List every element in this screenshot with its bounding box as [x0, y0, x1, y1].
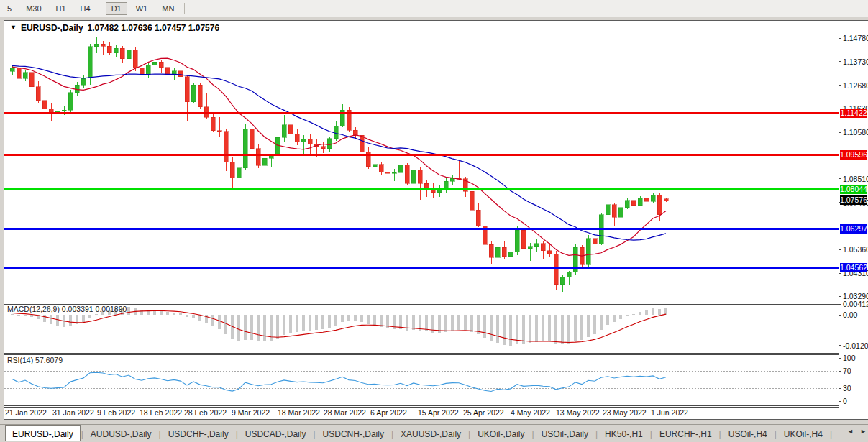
date-axis-label: 31 Jan 2022 — [52, 408, 94, 417]
date-axis-label: 15 Apr 2022 — [418, 408, 459, 417]
date-axis-label: 28 Mar 2022 — [324, 408, 366, 417]
date-axis-label: 23 May 2022 — [603, 408, 647, 417]
timeframe-button-h1[interactable]: H1 — [50, 2, 72, 15]
price-tick-mark — [839, 401, 841, 402]
current-price-badge: 1.07576 — [840, 195, 867, 205]
date-axis-label: 28 Feb 2022 — [184, 408, 227, 417]
toolbar-separator — [101, 3, 101, 14]
price-tick-mark — [839, 178, 841, 179]
timeframe-button-d1[interactable]: D1 — [106, 2, 127, 15]
tab-separator: | — [235, 429, 239, 439]
price-tick-mark — [839, 358, 841, 359]
price-tick-mark — [839, 85, 841, 86]
chart-tab-eurusd-daily[interactable]: EURUSD-,Daily — [5, 425, 81, 441]
price-axis[interactable]: 1.147801.137301.126801.116301.105801.085… — [839, 21, 868, 419]
price-tick-label: 1.13730 — [843, 57, 868, 66]
tab-separator: | — [718, 429, 722, 439]
date-axis-label: 4 May 2022 — [511, 408, 550, 417]
price-tick-label: 1.03290 — [843, 292, 868, 300]
chart-ohlc-values: 1.07482 1.07636 1.07457 1.07576 — [88, 23, 220, 33]
price-tick-mark — [839, 273, 841, 274]
chart-tab-xauusd-daily[interactable]: XAUUSD-,Daily — [394, 426, 467, 441]
tab-separator: | — [595, 429, 598, 439]
macd-tick-label: 0.00 — [843, 310, 857, 319]
price-tick-mark — [839, 345, 841, 346]
chart-tab-eurchf-h1[interactable]: EURCHF-,H1 — [653, 426, 718, 441]
rsi-indicator-label: RSI(14) 57.6079 — [7, 356, 63, 364]
tab-separator: | — [531, 429, 535, 439]
price-tick-mark — [839, 296, 841, 297]
date-axis-label: 18 Feb 2022 — [140, 408, 182, 417]
level-price-badge: 1.06297 — [840, 224, 867, 234]
macd-tick-label: 0.004128 — [843, 300, 868, 308]
macd-tick-label: -0.012097 — [843, 341, 868, 350]
chart-tab-usoil-h4[interactable]: USOil-,H4 — [722, 426, 774, 441]
timeframe-button-5[interactable]: 5 — [1, 2, 17, 15]
date-axis-label: 18 Mar 2022 — [278, 408, 320, 417]
chart-window: ▼ EURUSD-,Daily 1.07482 1.07636 1.07457 … — [4, 20, 868, 420]
chart-tab-bar: EURUSD-,Daily|AUDUSD-,Daily|USDCHF-,Dail… — [0, 424, 868, 441]
timeframe-button-h4[interactable]: H4 — [75, 2, 96, 15]
tab-separator: | — [158, 429, 162, 439]
date-axis-label: 6 Apr 2022 — [370, 408, 407, 417]
price-tick-mark — [839, 371, 841, 372]
price-tick-mark — [839, 249, 841, 250]
price-tick-mark — [839, 304, 841, 305]
chart-symbol-label: EURUSD-,Daily — [21, 23, 83, 33]
date-axis-label: 9 Feb 2022 — [97, 408, 135, 417]
rsi-tick-label: 70 — [843, 367, 851, 375]
tab-separator: | — [774, 429, 777, 439]
tab-separator: | — [649, 429, 653, 439]
tab-separator: | — [312, 429, 316, 439]
chart-tab-ukoil-h4[interactable]: UKOil-,H4 — [777, 426, 829, 441]
symbol-dropdown-icon[interactable]: ▼ — [10, 24, 17, 31]
price-tick-label: 1.14780 — [843, 34, 868, 42]
timeframe-button-m30[interactable]: M30 — [20, 2, 47, 15]
date-axis-label: 13 May 2022 — [556, 408, 600, 417]
timeframe-button-mn[interactable]: MN — [156, 2, 180, 15]
price-tick-label: 1.12680 — [843, 81, 868, 90]
chart-plot-area[interactable] — [4, 21, 839, 419]
timeframe-toolbar: 5M30H1H4D1W1MN — [0, 0, 868, 17]
price-tick-label: 1.05360 — [843, 245, 868, 254]
chart-tab-hk50-h1[interactable]: HK50-,H1 — [598, 426, 649, 441]
price-tick-mark — [839, 315, 841, 316]
chart-tab-usdcnh-daily[interactable]: USDCNH-,Daily — [316, 426, 390, 441]
price-tick-mark — [839, 61, 841, 62]
chart-tab-usoil-daily[interactable]: USOil-,Daily — [535, 426, 595, 441]
level-price-badge: 1.04562 — [840, 263, 867, 272]
price-tick-mark — [839, 132, 841, 133]
date-axis-label: 25 Apr 2022 — [463, 408, 504, 417]
toolbar-separator — [184, 3, 185, 14]
date-axis-label: 1 Jun 2022 — [651, 408, 688, 417]
tab-scroll-right-icon[interactable]: ► — [860, 428, 867, 435]
date-axis-label: 9 Mar 2022 — [232, 408, 270, 417]
rsi-tick-label: 30 — [843, 384, 851, 392]
level-price-badge: 1.09596 — [840, 150, 867, 160]
chart-tab-ukoil-daily[interactable]: UKOil-,Daily — [471, 426, 531, 441]
macd-indicator-label: MACD(12,26,9) 0.003391 0.001890 — [7, 305, 127, 313]
chart-tab-usdchf-daily[interactable]: USDCHF-,Daily — [162, 426, 235, 441]
level-price-badge: 1.08044 — [840, 185, 867, 194]
price-tick-label: 1.10580 — [843, 128, 868, 137]
chart-tab-usdcad-daily[interactable]: USDCAD-,Daily — [239, 426, 313, 441]
tab-separator: | — [81, 429, 84, 439]
timeframe-button-w1[interactable]: W1 — [130, 2, 154, 15]
rsi-tick-label: 100 — [843, 354, 856, 362]
price-tick-mark — [839, 38, 841, 39]
tab-separator: | — [467, 429, 471, 439]
date-axis-label: 21 Jan 2022 — [5, 408, 47, 417]
tab-separator: | — [390, 429, 394, 439]
chart-title: ▼ EURUSD-,Daily 1.07482 1.07636 1.07457 … — [10, 23, 219, 33]
price-tick-label: 1.08510 — [843, 175, 868, 183]
price-tick-mark — [839, 388, 841, 389]
tab-separator: | — [829, 429, 833, 439]
rsi-tick-label: 0 — [843, 397, 847, 405]
tab-scroll-left-icon[interactable]: ◄ — [847, 428, 854, 435]
chart-tab-audusd-daily[interactable]: AUDUSD-,Daily — [84, 426, 158, 441]
level-price-badge: 1.11422 — [840, 109, 867, 118]
